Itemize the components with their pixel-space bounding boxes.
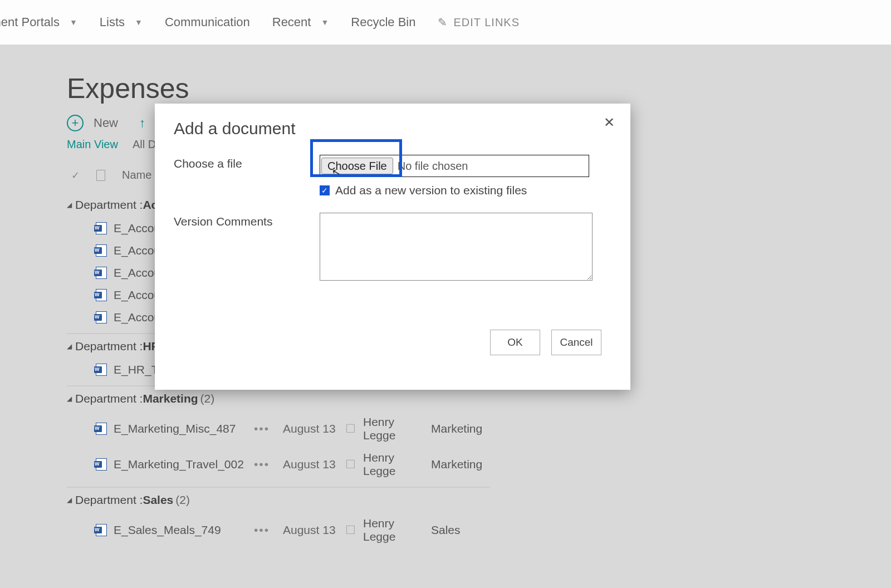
item-dept: Marketing [431,458,482,471]
file-type-header-icon[interactable] [96,170,105,181]
list-item[interactable]: E_Marketing_Misc_487 ••• August 13 ☐ Hen… [67,411,891,447]
ok-button[interactable]: OK [490,330,540,355]
word-doc-icon [96,267,107,279]
list-item[interactable]: E_Sales_Meals_749 ••• August 13 ☐ Henry … [67,512,891,548]
plus-icon[interactable]: + [67,115,84,131]
item-date: August 13 [283,523,339,537]
item-person: Henry Legge [363,415,424,442]
nav-item-lists[interactable]: Lists ▼ [100,15,143,30]
more-icon[interactable]: ••• [254,523,276,537]
word-doc-icon [96,289,107,301]
group-name: Marketing [143,392,198,405]
group-prefix: Department : [75,493,143,507]
cancel-button[interactable]: Cancel [551,330,601,355]
group-header-sales[interactable]: ◢ Department : Sales (2) [67,487,490,512]
nav-item-recent[interactable]: Recent ▼ [272,15,329,30]
version-checkbox-label: Add as a new version to existing files [335,184,527,197]
collapse-icon: ◢ [67,342,72,350]
nav-label: Recycle Bin [351,15,415,30]
version-checkbox[interactable]: ✓ [320,185,330,195]
top-nav: rtment Portals ▼ Lists ▼ Communication R… [0,0,891,45]
nav-label: rtment Portals [0,15,60,30]
word-doc-icon [96,458,107,471]
nav-label: Communication [165,15,250,30]
tab-main-view[interactable]: Main View [67,138,118,151]
checkbox-icon[interactable]: ☐ [345,523,356,537]
file-status: No file chosen [398,160,468,173]
page-title: Expenses [67,72,891,105]
column-name[interactable]: Name [122,169,151,182]
group-prefix: Department : [75,392,143,405]
group-prefix: Department : [75,340,143,353]
dialog-title: Add a document [174,119,611,138]
item-dept: Sales [431,523,461,537]
group-name: Sales [143,493,173,507]
group-prefix: Department : [75,198,143,212]
item-dept: Marketing [431,422,482,435]
edit-links-button[interactable]: ✎ EDIT LINKS [438,16,520,29]
nav-label: Recent [272,15,311,30]
comments-row: Version Comments [174,213,611,283]
more-icon[interactable]: ••• [254,422,276,435]
version-checkbox-row: ✓ Add as a new version to existing files [320,184,611,197]
item-person: Henry Legge [363,517,424,543]
item-name: E_Marketing_Travel_002 [114,458,247,471]
comments-label: Version Comments [174,213,320,283]
choose-file-field: Choose File No file chosen [320,155,611,177]
chevron-down-icon: ▼ [321,18,329,27]
comments-textarea[interactable] [320,213,593,281]
checkbox-icon[interactable]: ☐ [345,458,356,471]
more-icon[interactable]: ••• [254,458,276,471]
list-item[interactable]: E_Marketing_Travel_002 ••• August 13 ☐ H… [67,447,891,482]
check-icon[interactable]: ✓ [71,169,80,182]
item-date: August 13 [283,422,339,435]
collapse-icon: ◢ [67,201,72,209]
nav-label: Lists [100,15,125,30]
item-name: E_Marketing_Misc_487 [114,422,247,435]
file-input[interactable]: Choose File No file chosen [320,155,589,177]
item-person: Henry Legge [363,451,424,478]
nav-item-communication[interactable]: Communication [165,15,250,30]
word-doc-icon [96,311,107,324]
dialog-buttons: OK Cancel [490,330,601,355]
word-doc-icon [96,222,107,234]
upload-icon[interactable]: ↑ [139,116,145,130]
collapse-icon: ◢ [67,395,72,403]
word-doc-icon [96,364,107,376]
group-count: (2) [200,392,215,405]
nav-item-portals[interactable]: rtment Portals ▼ [0,15,77,30]
comments-field [320,213,611,283]
nav-item-recycle-bin[interactable]: Recycle Bin [351,15,415,30]
word-doc-icon [96,244,107,257]
chevron-down-icon: ▼ [70,18,77,27]
chevron-down-icon: ▼ [135,18,143,27]
choose-file-label: Choose a file [174,155,320,177]
item-name: E_Sales_Meals_749 [114,523,247,537]
item-date: August 13 [283,458,339,471]
word-doc-icon [96,423,107,435]
word-doc-icon [96,524,107,536]
add-document-dialog: Add a document ✕ Choose a file Choose Fi… [155,104,630,390]
checkbox-icon[interactable]: ☐ [345,422,356,435]
collapse-icon: ◢ [67,496,72,504]
nav-edit-label: EDIT LINKS [453,16,520,29]
close-icon[interactable]: ✕ [604,115,615,130]
new-button-label[interactable]: New [94,116,118,130]
choose-file-row: Choose a file Choose File No file chosen [174,155,611,177]
dialog-body: Choose a file Choose File No file chosen… [174,155,611,283]
group-count: (2) [175,493,190,507]
pencil-icon: ✎ [438,16,448,29]
